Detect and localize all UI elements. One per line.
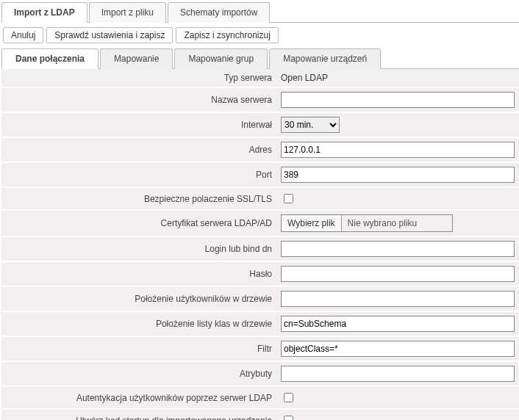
tab-device-mapping[interactable]: Mapowanie urządzeń [269, 48, 381, 69]
tab-connection-data[interactable]: Dane połączenia [1, 48, 99, 69]
password-field[interactable] [281, 266, 515, 282]
label-create-startup: Utwórz kod startup dla importowanego urz… [1, 409, 276, 420]
connection-form: Typ serwera Open LDAP Nazwa serwera Inte… [1, 69, 519, 420]
label-auth-ldap: Autentykacja użytkowników poprzez serwer… [1, 386, 276, 409]
tab-import-file[interactable]: Import z pliku [89, 2, 166, 23]
label-users-position: Położenie użytkowników w drzewie [1, 286, 276, 311]
label-filter: Filtr [1, 336, 276, 361]
cert-file-picker[interactable]: Wybierz plik Nie wybrano pliku [281, 214, 453, 232]
auth-ldap-checkbox[interactable] [284, 393, 293, 402]
label-ssl: Bezpieczne polaczenie SSL/TLS [1, 187, 276, 210]
label-address: Adres [1, 137, 276, 162]
value-server-type: Open LDAP [281, 73, 328, 83]
create-startup-checkbox[interactable] [284, 416, 293, 420]
label-cert: Certyfikat serwera LDAP/AD [1, 210, 276, 236]
login-field[interactable] [281, 241, 515, 257]
save-and-sync-button[interactable]: Zapisz i zsynchronizuj [176, 27, 278, 43]
ssl-checkbox[interactable] [284, 194, 293, 203]
attributes-field[interactable] [281, 366, 515, 382]
file-status-text: Nie wybrano pliku [342, 215, 423, 231]
file-choose-button[interactable]: Wybierz plik [282, 215, 342, 231]
inner-tabs: Dane połączenia Mapowanie Mapowanie grup… [1, 48, 519, 69]
address-field[interactable] [281, 142, 515, 158]
label-server-name: Nazwa serwera [1, 87, 276, 112]
label-login: Login lub bind dn [1, 236, 276, 261]
check-and-save-button[interactable]: Sprawdź ustawienia i zapisz [46, 27, 173, 43]
label-port: Port [1, 162, 276, 187]
label-attributes: Atrybuty [1, 361, 276, 386]
label-classes-position: Położenie listy klas w drzewie [1, 311, 276, 336]
tab-mapping[interactable]: Mapowanie [100, 48, 173, 69]
users-position-field[interactable] [281, 291, 515, 307]
action-buttons: Anuluj Sprawdź ustawienia i zapisz Zapis… [1, 23, 519, 48]
server-name-field[interactable] [281, 92, 515, 108]
tab-import-schemas[interactable]: Schematy importów [168, 2, 270, 23]
main-tabs: Import z LDAP Import z pliku Schematy im… [1, 1, 519, 23]
label-password: Hasło [1, 261, 276, 286]
label-server-type: Typ serwera [1, 69, 276, 87]
interval-select[interactable]: 30 min. [281, 117, 340, 133]
label-interval: Interwał [1, 112, 276, 137]
tab-group-mapping[interactable]: Mapowanie grup [174, 48, 268, 69]
tab-import-ldap[interactable]: Import z LDAP [1, 2, 87, 23]
port-field[interactable] [281, 167, 515, 183]
classes-position-field[interactable] [281, 316, 515, 332]
cancel-button[interactable]: Anuluj [3, 27, 43, 43]
filter-field[interactable] [281, 341, 515, 357]
